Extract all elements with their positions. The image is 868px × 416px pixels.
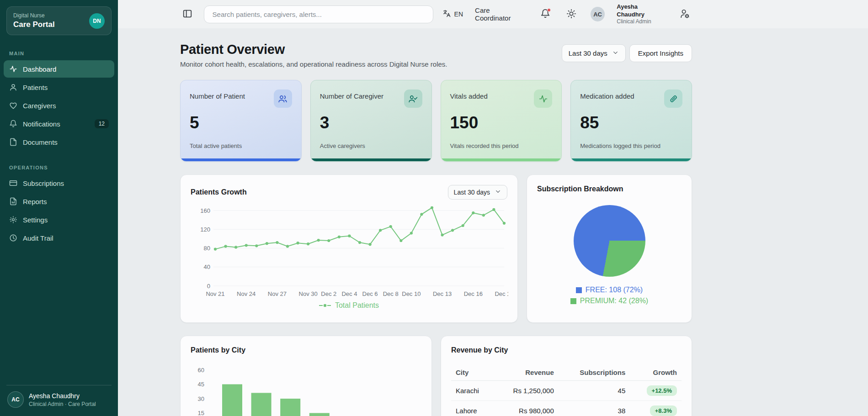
role-switcher[interactable]: Care Coordinator [475, 6, 526, 22]
cell-city: Karachi [451, 381, 493, 401]
sidebar-item-label: Audit Trail [23, 234, 53, 242]
stat-label: Vitals added [450, 92, 488, 100]
sidebar-item-caregivers[interactable]: Caregivers [4, 97, 114, 114]
topbar-user-menu[interactable]: Ayesha Chaudhry Clinical Admin [617, 3, 666, 25]
export-insights-button[interactable]: Export Insights [629, 44, 692, 62]
sidebar-section-main: MAIN [9, 51, 109, 56]
cell-subscriptions: 38 [559, 401, 630, 416]
sidebar-item-label: Patients [23, 84, 48, 91]
chevron-down-icon [495, 188, 501, 196]
legend-label: FREE: 108 (72%) [586, 284, 643, 295]
vitals-pulse-icon [534, 90, 552, 108]
sidebar-section-operations: OPERATIONS [9, 165, 109, 170]
user-settings-button[interactable] [678, 7, 692, 21]
svg-text:160: 160 [200, 207, 210, 214]
pie-legend: FREE: 108 (72%) PREMIUM: 42 (28%) [570, 284, 648, 306]
avatar[interactable]: AC [591, 7, 605, 21]
svg-text:Dec 10: Dec 10 [402, 290, 421, 297]
sidebar-toggle-button[interactable] [180, 7, 195, 21]
sidebar-item-dashboard[interactable]: Dashboard [4, 60, 114, 78]
table-row: Karachi Rs 1,250,000 45 +12.5% [451, 381, 682, 401]
date-range-value: Last 30 days [569, 49, 607, 57]
svg-text:45: 45 [198, 381, 204, 388]
stat-accent-bar [181, 158, 301, 161]
sidebar-user-name: Ayesha Chaudhry [29, 392, 96, 400]
stat-value: 85 [580, 113, 682, 132]
gear-icon [9, 216, 17, 224]
stat-caption: Medications logged this period [580, 142, 682, 149]
stat-value: 3 [320, 113, 422, 132]
svg-text:30: 30 [198, 395, 204, 402]
legend-swatch [570, 298, 576, 304]
table-title: Revenue by City [451, 346, 508, 354]
topbar-user-name: Ayesha Chaudhry [617, 3, 666, 18]
column-header-growth: Growth [630, 364, 682, 381]
stat-card-medication: Medication added 85 Medications logged t… [570, 80, 692, 162]
stat-card-patients: Number of Patient 5 Total active patient… [180, 80, 302, 162]
user-gear-icon [680, 9, 690, 20]
theme-toggle-button[interactable] [564, 7, 579, 21]
growth-badge: +12.5% [647, 385, 677, 396]
stat-card-vitals: Vitals added 150 Vitals recorded this pe… [441, 80, 562, 162]
sidebar-item-settings[interactable]: Settings [4, 211, 114, 228]
sidebar-item-subscriptions[interactable]: Subscriptions [4, 174, 114, 192]
stat-value: 150 [450, 113, 553, 132]
svg-text:Dec 16: Dec 16 [464, 290, 483, 297]
brand-product: Digital Nurse [13, 12, 55, 19]
growth-range-select[interactable]: Last 30 days [448, 185, 507, 200]
sidebar-item-label: Reports [23, 198, 47, 205]
sidebar-item-audit-trail[interactable]: Audit Trail [4, 229, 114, 247]
stat-card-caregivers: Number of Caregiver 3 Active caregivers [310, 80, 432, 162]
svg-text:80: 80 [204, 245, 210, 252]
legend-label: Total Patients [335, 301, 379, 310]
sidebar-user-card[interactable]: AC Ayesha Chaudhry Clinical Admin · Care… [0, 391, 118, 416]
stat-label: Number of Caregiver [320, 92, 383, 100]
svg-text:Dec 8: Dec 8 [383, 290, 399, 297]
stat-label: Medication added [580, 92, 634, 100]
sidebar-user-role: Clinical Admin · Care Portal [29, 401, 96, 407]
sidebar: Digital Nurse Care Portal DN MAIN Dashbo… [0, 0, 118, 416]
chart-title: Patients by City [191, 346, 245, 354]
sidebar-item-reports[interactable]: Reports [4, 193, 114, 210]
chart-legend: Total Patients [191, 301, 507, 310]
pill-icon [664, 90, 682, 108]
revenue-table: City Revenue Subscriptions Growth Karach… [451, 364, 682, 416]
sidebar-item-notifications[interactable]: Notifications 12 [4, 115, 114, 132]
history-clock-icon [9, 234, 17, 242]
language-switcher[interactable]: EN [442, 9, 463, 19]
legend-label: PREMIUM: 42 (28%) [580, 295, 648, 306]
sidebar-item-label: Settings [23, 216, 48, 224]
legend-item-free: FREE: 108 (72%) [570, 284, 648, 295]
sidebar-item-label: Documents [23, 138, 58, 146]
stat-caption: Vitals recorded this period [450, 142, 553, 149]
bottom-row: Patients by City 15304560 Revenue by Cit… [180, 336, 692, 416]
search-input[interactable] [204, 5, 433, 23]
column-header-subscriptions: Subscriptions [559, 364, 630, 381]
patients-growth-line-chart: 04080120160Nov 21Nov 24Nov 27Nov 30Dec 2… [191, 206, 508, 300]
users-icon [274, 90, 292, 108]
app-window: Digital Nurse Care Portal DN MAIN Dashbo… [0, 0, 868, 416]
svg-text:Nov 27: Nov 27 [268, 290, 287, 297]
sidebar-item-label: Subscriptions [23, 179, 64, 187]
sidebar-item-label: Dashboard [23, 65, 56, 73]
notifications-button[interactable] [538, 7, 552, 21]
report-file-icon [9, 197, 17, 205]
notifications-count-badge: 12 [95, 119, 109, 128]
svg-text:120: 120 [200, 226, 210, 233]
patients-growth-card: Patients Growth Last 30 days 04080120160… [180, 174, 518, 323]
date-range-select[interactable]: Last 30 days [562, 44, 626, 62]
brand-avatar: DN [89, 13, 105, 29]
svg-text:Dec 4: Dec 4 [341, 290, 357, 297]
main-area: EN Care Coordinator AC Ayesha Chaudhry C… [118, 0, 868, 416]
sidebar-item-patients[interactable]: Patients [4, 79, 114, 96]
language-label: EN [454, 11, 463, 18]
svg-text:Dec 2: Dec 2 [321, 290, 336, 297]
bell-icon [9, 120, 17, 128]
brand-portal-title: Care Portal [13, 20, 55, 29]
legend-swatch [576, 287, 582, 293]
page-header: Patient Overview Monitor cohort health, … [180, 42, 692, 68]
chart-title: Subscription Breakdown [537, 185, 623, 193]
stat-accent-bar [571, 158, 692, 161]
sidebar-item-documents[interactable]: Documents [4, 133, 114, 151]
stat-accent-bar [441, 158, 562, 161]
